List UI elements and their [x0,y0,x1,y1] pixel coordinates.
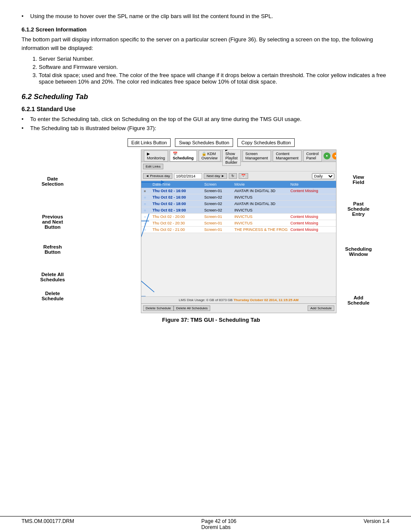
row5-movie: INVICTUS [234,214,290,219]
row6-icon: ○ [143,221,152,226]
row2-datetime: Thu Oct 02 - 16:00 [152,195,203,200]
row4-datetime: Thu Oct 02 - 19:00 [152,208,203,213]
figure-layout: DateSelection Previousand NextButton Ref… [33,149,378,313]
date-input[interactable] [174,173,202,179]
ss-navbar: ▶ Monitoring 📅 Scheduling 🔒 KDM Overview… [141,150,336,162]
nav-screen[interactable]: Screen Management [243,150,271,162]
row5-screen: Screen-01 [203,214,234,219]
next-day-btn[interactable]: Next day ► [204,173,227,179]
row3-icon: ○ [143,201,152,206]
row1-screen: Screen-01 [203,188,234,193]
nav-monitoring[interactable]: ▶ Monitoring [144,150,168,162]
add-schedule-area: Add Schedule [308,305,334,311]
status-disk: LMS Disk Usage: 0 GB of 8373 GB [179,298,233,302]
footer-right: Version 1.4 [364,518,389,530]
row5-note: Content Missing [290,214,336,219]
delete-schedule-label: DeleteSchedule [33,291,72,301]
table-row-4[interactable]: ○ Thu Oct 02 - 19:00 Screen-02 INVICTUS [141,207,336,214]
prev-day-btn[interactable]: ◄ Previous day [143,173,172,179]
numbered-list: Server Serial Number. Software and Firmw… [39,56,389,85]
bullet-dot-3: • [22,125,30,131]
col-screen: Screen [203,182,234,187]
row6-note: Content Missing [290,221,336,226]
row7-note: Content Missing [290,227,336,232]
edit-links-btn[interactable]: Edit Links [143,164,163,169]
bullet-dot: • [22,13,30,19]
ss-status-bar: LMS Disk Usage: 0 GB of 8373 GB Thursday… [141,296,336,303]
row3-note [290,201,336,206]
row1-datetime: Thu Oct 02 - 16:00 [152,188,203,193]
footer-left: TMS.OM.000177.DRM [22,518,74,530]
nav-scheduling[interactable]: 📅 Scheduling [170,150,197,162]
row4-note [290,208,336,213]
row1-icon: ■ [143,188,152,193]
edit-links-callout: Edit Links Button [128,138,171,147]
past-schedule-label: PastScheduleEntry [339,201,378,217]
nav-icon-orange[interactable]: ● [332,152,336,159]
view-dropdown-area: Daily Weekly [312,173,334,179]
nav-playlist[interactable]: ▶ Show Playlist Builder [222,149,241,166]
row6-datetime: Thu Oct 02 - 20:30 [152,221,203,226]
left-labels: DateSelection Previousand NextButton Ref… [33,149,85,313]
numbered-item-2: Software and Firmware version. [39,64,389,70]
table-row-2[interactable]: ○ Thu Oct 02 - 16:00 Screen-02 INVICTUS [141,194,336,201]
row7-datetime: Thu Oct 02 - 21:00 [152,227,203,232]
row7-movie: THE PRINCESS & THE FROG [234,227,290,232]
row2-icon: ○ [143,195,152,200]
scheduling-bullets: • To enter the Scheduling tab, click on … [22,116,389,131]
section-612-heading: 6.1.2 Screen Information [22,26,389,33]
intro-bullet-section: • Using the mouse to hover over the SPL … [22,13,389,19]
chapter-62-heading: 6.2 Scheduling Tab [22,93,389,101]
refresh-btn[interactable]: ↻ [229,173,237,179]
row1-note: Content Missing [290,188,336,193]
table-row-6[interactable]: ○ Thu Oct 02 - 20:30 Screen-01 INVICTUS … [141,220,336,227]
row2-screen: Screen-02 [203,195,234,200]
nav-icons: ● ● ✕ Quit [324,152,336,159]
section-612-intro: The bottom part will display information… [22,35,389,52]
row7-screen: Screen-01 [203,227,234,232]
bullet-item-1: • Using the mouse to hover over the SPL … [22,13,389,19]
row4-screen: Screen-02 [203,208,234,213]
nav-content[interactable]: Content Management [273,150,302,162]
page-footer: TMS.OM.000177.DRM Page 42 of 106 Doremi … [0,516,411,532]
table-row-1[interactable]: ■ Thu Oct 02 - 16:00 Screen-01 AVATAR IN… [141,188,336,194]
scheduling-bullet-1: • To enter the Scheduling tab, click on … [22,116,389,122]
row3-movie: AVATAR IN DIGITAL 3D [234,201,290,206]
row4-icon: ○ [143,208,152,213]
row5-icon: ○ [143,214,152,219]
delete-all-label: Delete AllSchedules [33,272,72,282]
table-row-3[interactable]: ○ Thu Oct 02 - 18:00 Screen-02 AVATAR IN… [141,201,336,207]
swap-schedules-callout: Swap Schedules Button [175,138,233,147]
table-row-7[interactable]: ○ Thu Oct 02 - 21:00 Screen-01 THE PRINC… [141,227,336,233]
view-field-label: ViewField [339,174,378,185]
view-dropdown[interactable]: Daily Weekly [312,173,334,179]
row7-icon: ○ [143,227,152,232]
nav-control[interactable]: Control Panel [303,150,322,162]
prev-next-label: Previousand NextButton [33,214,72,230]
row1-movie: AVATAR IN DIGITAL 3D [234,188,290,193]
table-header: Date/Time Screen Movie Note [141,181,336,188]
delete-all-btn[interactable]: Delete All Schedules [174,305,210,311]
bullet-text-1: Using the mouse to hover over the SPL na… [30,13,273,19]
row2-note [290,195,336,200]
top-callouts: Edit Links Button Swap Schedules Button … [78,138,345,147]
add-schedule-btn[interactable]: Add Schedule [308,305,334,311]
delete-schedule-btn[interactable]: Delete Schedule [143,305,174,311]
row2-movie: INVICTUS [234,195,290,200]
col-note: Note [290,182,336,187]
nav-kdm[interactable]: 🔒 KDM Overview [199,150,221,162]
section-621-heading: 6.2.1 Standard Use [22,106,389,112]
scheduling-bullet-2: • The Scheduling tab is illustrated belo… [22,125,389,131]
date-selection-label: DateSelection [33,176,72,187]
some-btn[interactable]: 📅 [239,173,248,179]
refresh-label: RefreshButton [33,244,72,255]
numbered-item-1: Server Serial Number. [39,56,389,62]
ss-date-bar: ◄ Previous day Next day ► ↻ 📅 Daily Week… [141,171,336,181]
screenshot: ▶ Monitoring 📅 Scheduling 🔒 KDM Overview… [141,149,336,313]
footer-center: Page 42 of 106 Doremi Labs [201,518,236,530]
table-row-5[interactable]: ○ Thu Oct 02 - 20:00 Screen-01 INVICTUS … [141,214,336,220]
row6-screen: Screen-01 [203,221,234,226]
svg-line-3 [141,277,154,292]
nav-icon-green[interactable]: ● [324,152,330,159]
col-datetime: Date/Time [152,182,203,187]
